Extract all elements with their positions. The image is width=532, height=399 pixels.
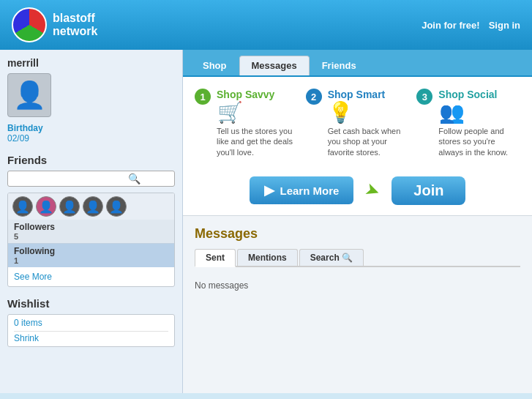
following-count: 1 <box>14 256 168 265</box>
logo-icon <box>12 7 47 42</box>
followers-label: Followers <box>14 222 55 232</box>
birthday-value: 02/09 <box>7 133 175 143</box>
feature-1-content: Shop Savvy 🛒 Tell us the stores you like… <box>217 89 299 157</box>
friends-box: 👤 👤 👤 👤 👤 Followers 5 Following 1 See Mo… <box>7 193 175 287</box>
friend-avatar-2: 👤 <box>36 196 56 217</box>
messages-title: Messages <box>195 226 520 242</box>
content: Shop Messages Friends 1 Shop Savvy 🛒 Tel… <box>183 50 532 393</box>
feature-3: 3 Shop Social 👥 Follow people and stores… <box>416 89 520 157</box>
logo-text: blastoff network <box>53 12 97 37</box>
logo-area: blastoff network <box>12 7 97 42</box>
followers-tab[interactable]: Followers 5 <box>8 220 174 243</box>
play-icon: ▶ <box>264 182 274 198</box>
features-row: 1 Shop Savvy 🛒 Tell us the stores you li… <box>195 89 520 157</box>
tab-shop[interactable]: Shop <box>190 56 239 75</box>
feature-num-2: 2 <box>306 89 322 105</box>
feature-1-icon: 🛒 <box>217 100 243 124</box>
avatars-row: 👤 👤 👤 👤 👤 <box>8 193 174 220</box>
cta-row: ▶ Learn More ➤ Join <box>195 169 520 208</box>
feature-3-icon: 👥 <box>438 100 465 124</box>
friend-avatar-4: 👤 <box>83 196 103 217</box>
friends-section: Friends 🔍 👤 👤 👤 👤 👤 Followers 5 <box>7 154 175 287</box>
tab-messages[interactable]: Messages <box>239 56 310 75</box>
main: merrill 👤 Birthday 02/09 Friends 🔍 👤 👤 👤… <box>0 50 532 393</box>
feature-2-icon: 💡 <box>328 100 354 124</box>
logo-line2: network <box>53 25 97 38</box>
tab-friends[interactable]: Friends <box>310 56 369 75</box>
wishlist-box: 0 items Shrink <box>7 314 175 347</box>
wishlist-title: Wishlist <box>7 297 175 310</box>
friend-avatar-3: 👤 <box>59 196 80 217</box>
messages-section: Messages Sent Mentions Search 🔍 No messa… <box>183 216 532 307</box>
header: blastoff network Join for free! Sign in <box>0 0 532 50</box>
following-label: Following <box>14 246 55 256</box>
avatar: 👤 <box>7 73 51 117</box>
msg-tab-search[interactable]: Search 🔍 <box>299 249 364 266</box>
feature-2-text: Get cash back when you shop at your favo… <box>328 126 410 157</box>
learn-more-label: Learn More <box>280 184 340 197</box>
header-nav: Join for free! Sign in <box>422 20 520 31</box>
feature-num-3: 3 <box>416 89 432 105</box>
feature-3-title: Shop Social <box>438 89 520 100</box>
feature-3-content: Shop Social 👥 Follow people and stores s… <box>438 89 520 157</box>
avatar-icon: 👤 <box>13 80 46 111</box>
friend-avatar-1: 👤 <box>12 196 33 217</box>
messages-tabs: Sent Mentions Search 🔍 <box>195 249 520 267</box>
no-messages-text: No messages <box>195 275 520 297</box>
followers-count: 5 <box>14 232 168 241</box>
feature-1-text: Tell us the stores you like and get the … <box>217 126 299 157</box>
shop-intro: 1 Shop Savvy 🛒 Tell us the stores you li… <box>183 77 532 216</box>
feature-3-text: Follow people and stores so you're alway… <box>438 126 520 157</box>
following-tab[interactable]: Following 1 <box>8 243 174 267</box>
user-name: merrill <box>7 57 175 69</box>
join-free-link[interactable]: Join for free! <box>422 20 479 31</box>
sign-in-link[interactable]: Sign in <box>489 20 520 31</box>
birthday-label: Birthday <box>7 123 175 133</box>
feature-1: 1 Shop Savvy 🛒 Tell us the stores you li… <box>195 89 299 157</box>
learn-more-button[interactable]: ▶ Learn More <box>250 176 354 204</box>
friends-title: Friends <box>7 154 175 166</box>
feature-2-content: Shop Smart 💡 Get cash back when you shop… <box>328 89 410 157</box>
sidebar: merrill 👤 Birthday 02/09 Friends 🔍 👤 👤 👤… <box>0 50 183 393</box>
search-icon: 🔍 <box>128 173 141 184</box>
feature-2-title: Shop Smart <box>328 89 410 100</box>
msg-tab-sent[interactable]: Sent <box>195 249 236 267</box>
logo-line1: blastoff <box>53 12 97 25</box>
join-button[interactable]: Join <box>391 176 465 205</box>
friends-search[interactable]: 🔍 <box>7 171 175 187</box>
tabs-bar: Shop Messages Friends <box>183 50 532 77</box>
feature-2: 2 Shop Smart 💡 Get cash back when you sh… <box>306 89 410 157</box>
arrow-icon: ➤ <box>362 179 383 203</box>
feature-num-1: 1 <box>195 89 211 105</box>
wishlist-section: Wishlist 0 items Shrink <box>7 297 175 347</box>
search-input[interactable] <box>11 174 128 184</box>
msg-tab-mentions[interactable]: Mentions <box>237 249 298 266</box>
wishlist-shrink-link[interactable]: Shrink <box>14 333 168 343</box>
see-more-link[interactable]: See More <box>8 267 174 286</box>
feature-1-title: Shop Savvy <box>217 89 299 100</box>
friend-avatar-5: 👤 <box>106 196 127 217</box>
wishlist-items[interactable]: 0 items <box>14 318 168 332</box>
